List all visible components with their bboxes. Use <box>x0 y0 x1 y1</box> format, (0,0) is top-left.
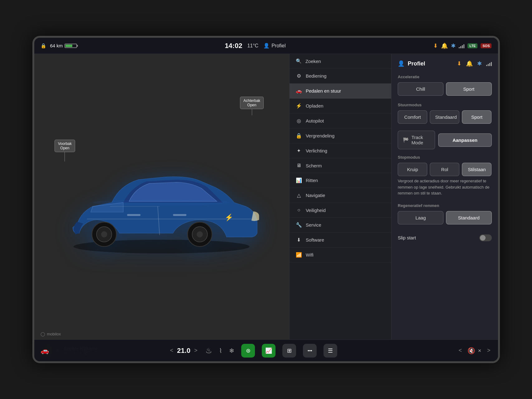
panel-title-icon: 👤 <box>398 60 405 67</box>
car-nav-icon[interactable]: 🚗 <box>41 347 49 355</box>
sidebar-item-service[interactable]: 🔧 Service <box>290 218 391 233</box>
stop-kruip-button[interactable]: Kruip <box>398 163 427 176</box>
sidebar-item-bediening[interactable]: ⚙ Bediening <box>290 69 391 84</box>
signal-bars <box>459 43 464 48</box>
veiligheid-icon: ○ <box>296 207 302 213</box>
dots-app[interactable]: ••• <box>303 344 317 358</box>
sidebar-item-pedalen[interactable]: 🚗 Pedalen en stuur <box>290 84 391 99</box>
veiligheid-label: Veiligheid <box>306 208 326 213</box>
verlichting-label: Verlichting <box>306 148 327 153</box>
menu-app[interactable]: ☰ <box>324 344 337 358</box>
temp-increase-button[interactable]: > <box>193 346 199 355</box>
slip-start-toggle[interactable] <box>479 234 492 241</box>
svg-point-5 <box>101 231 108 237</box>
media-prev-button[interactable]: < <box>457 346 463 355</box>
lte-badge: LTE <box>467 43 477 48</box>
svg-rect-11 <box>173 214 187 216</box>
battery-km: 64 km <box>50 43 63 48</box>
sidebar-item-vergrendeling[interactable]: 🔒 Vergrendeling <box>290 128 391 143</box>
pedalen-icon: 🚗 <box>296 88 302 94</box>
panel-bt-icon[interactable]: ✱ <box>477 60 482 67</box>
slip-start-label: Slip start <box>398 235 416 240</box>
sidebar-item-navigatie[interactable]: △ Navigatie <box>290 188 391 203</box>
fan-icon[interactable]: ♨ <box>205 346 212 355</box>
bediening-label: Bediening <box>306 73 327 79</box>
regen-laag-button[interactable]: Laag <box>398 211 443 224</box>
stuur-comfort-button[interactable]: Comfort <box>398 110 427 124</box>
navigatie-icon: △ <box>296 192 302 198</box>
signal-bar-4 <box>463 44 464 48</box>
graph-app[interactable]: 📈 <box>262 344 276 358</box>
autopilot-label: Autopilot <box>306 118 324 123</box>
sidebar-item-scherm[interactable]: 🖥 Scherm <box>290 158 391 173</box>
wifi-icon: 📶 <box>296 252 302 258</box>
sidebar-item-ritten[interactable]: 📊 Ritten <box>290 173 391 188</box>
verlichting-icon: ✦ <box>296 148 302 154</box>
ritten-label: Ritten <box>306 178 318 183</box>
accel-sport-button[interactable]: Sport <box>446 82 492 96</box>
stuur-sport-button[interactable]: Sport <box>462 110 491 124</box>
profile-icon: 👤 <box>263 43 270 49</box>
temp-control: < 21.0 > <box>169 346 199 355</box>
temp-decrease-button[interactable]: < <box>169 346 175 355</box>
stop-rol-button[interactable]: Rol <box>430 163 459 176</box>
pedalen-label: Pedalen en stuur <box>306 88 341 94</box>
sidebar-item-opladen[interactable]: ⚡ Opladen <box>290 99 391 113</box>
car-container: Voorbak Open Achterbak Open <box>34 54 289 339</box>
bt-app-icon[interactable]: ⊛ <box>241 344 255 358</box>
wifi-label: Wifi <box>306 252 314 257</box>
status-left: 🔒 64 km <box>41 43 77 49</box>
battery-indicator: 64 km <box>50 43 77 48</box>
mobilox-icon: ◯ <box>41 332 45 336</box>
track-mode-button[interactable]: 🏁 Track Mode <box>398 131 435 149</box>
sidebar-item-software[interactable]: ⬇ Software <box>290 233 391 248</box>
svg-point-12 <box>93 200 231 206</box>
panel-download-icon[interactable]: ⬇ <box>457 60 462 67</box>
taskbar: 🚗 < 21.0 > ♨ ⌇ ❄ ⊛ 📈 ⊞ ••• <box>34 339 498 361</box>
profile-label: Profiel <box>271 43 285 49</box>
track-mode-row: 🏁 Track Mode Aanpassen <box>398 131 491 149</box>
status-right: ⬇ 🔔 ✱ LTE SOS <box>433 42 491 49</box>
defrost-icon[interactable]: ❄ <box>229 347 234 354</box>
opladen-label: Opladen <box>306 103 324 108</box>
stuurmodus-section: Stuurmodus Comfort Standaard Sport <box>398 103 491 124</box>
profile-display: 👤 Profiel <box>263 43 285 49</box>
service-icon: 🔧 <box>296 222 302 228</box>
svg-rect-10 <box>127 214 141 216</box>
svg-point-8 <box>197 231 203 237</box>
media-next-button[interactable]: > <box>486 346 492 355</box>
sidebar-item-verlichting[interactable]: ✦ Verlichting <box>290 143 391 158</box>
menu-icon: ☰ <box>328 347 333 354</box>
stop-stilstaan-button[interactable]: Stilstaan <box>462 163 491 176</box>
menu-sidebar: 🔍 Zoeken ⚙ Bediening 🚗 Pedalen en stuur … <box>289 54 391 339</box>
wipers-icon[interactable]: ⌇ <box>219 347 222 354</box>
sidebar-item-wifi[interactable]: 📶 Wifi <box>290 248 391 262</box>
sidebar-item-autopilot[interactable]: ◎ Autopilot <box>290 113 391 128</box>
grid-app[interactable]: ⊞ <box>282 344 296 358</box>
lock-icon: 🔒 <box>41 43 46 49</box>
mobilox-label: mobilox <box>47 332 61 336</box>
aanpassen-button[interactable]: Aanpassen <box>438 133 491 147</box>
time-display: 14:02 <box>225 42 242 50</box>
vergrendeling-label: Vergrendeling <box>306 133 335 138</box>
panel-bell-icon[interactable]: 🔔 <box>466 60 473 67</box>
signal-bar-3 <box>462 45 463 48</box>
acceleratie-buttons: Chill Sport <box>398 82 491 96</box>
volume-icon[interactable]: 🔇 <box>467 347 475 354</box>
autopilot-icon: ◎ <box>296 118 302 124</box>
search-item[interactable]: 🔍 Zoeken <box>290 54 391 69</box>
bluetooth-app-icon: ⊛ <box>246 347 251 354</box>
taskbar-center: < 21.0 > ♨ ⌇ ❄ ⊛ 📈 ⊞ ••• ☰ <box>169 344 338 358</box>
ritten-icon: 📊 <box>296 177 302 183</box>
accel-chill-button[interactable]: Chill <box>398 82 443 96</box>
settings-panel: 👤 Profiel ⬇ 🔔 ✱ Acceleratie Chill Spor <box>391 54 498 339</box>
panel-header: 👤 Profiel ⬇ 🔔 ✱ <box>398 60 491 67</box>
search-icon: 🔍 <box>296 58 302 64</box>
opladen-icon: ⚡ <box>296 103 302 109</box>
stuur-standaard-button[interactable]: Standaard <box>430 110 459 124</box>
regen-standaard-button[interactable]: Standaard <box>446 211 492 224</box>
track-mode-label: Track Mode <box>411 135 430 145</box>
navigatie-label: Navigatie <box>306 193 325 198</box>
acceleratie-section: Acceleratie Chill Sport <box>398 75 491 96</box>
sidebar-item-veiligheid[interactable]: ○ Veiligheid <box>290 203 391 218</box>
